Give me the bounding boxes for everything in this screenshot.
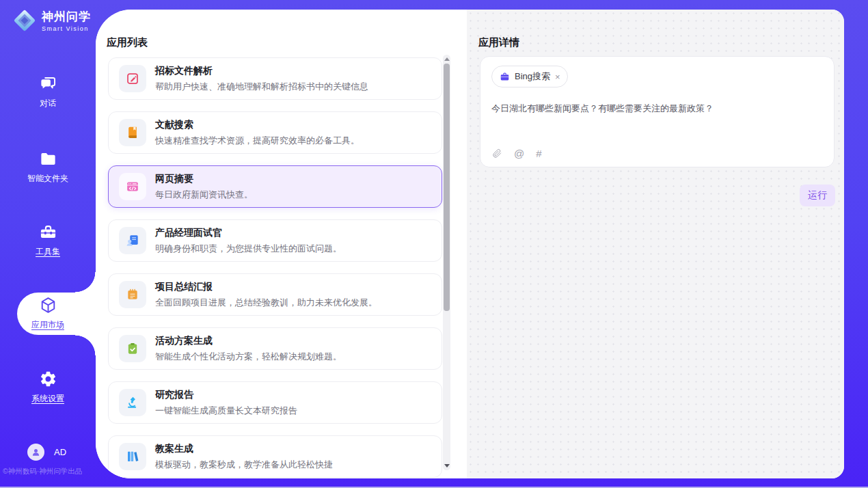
folder-icon [39, 150, 57, 168]
app-item-event-plan[interactable]: 活动方案生成 智能生成个性化活动方案，轻松解决规划难题。 [108, 327, 442, 370]
brand-subtitle: Smart Vision [42, 25, 91, 32]
chip-close-icon[interactable]: × [555, 72, 560, 81]
sidebar-item-label: 对话 [40, 98, 56, 109]
diamond-logo-icon [12, 8, 38, 33]
app-desc: 一键智能生成高质量长文本研究报告 [155, 405, 297, 417]
prompt-input[interactable]: 今日湖北有哪些新闻要点？有哪些需要关注的最新政策？ [491, 102, 823, 116]
sidebar-item-label: 智能文件夹 [27, 173, 68, 185]
app-desc: 快速精准查找学术资源，提高研究效率的必备工具。 [155, 135, 360, 147]
app-desc: 帮助用户快速、准确地理解和解析招标书中的关键信息 [155, 81, 368, 93]
app-desc: 明确身份和职责，为您提供专业性的面试问题。 [155, 243, 342, 255]
app-desc: 全面回顾项目进展，总结经验教训，助力未来优化发展。 [155, 297, 377, 309]
scroll-up-icon[interactable] [444, 57, 450, 61]
sidebar-item-toolset[interactable]: 工具集 [0, 223, 96, 258]
interviewer-icon [119, 227, 146, 254]
app-detail-panel: 应用详情 Bing搜索 × 今日湖北有哪些新闻要点？有哪些需要关注的最新政策？ … [467, 10, 844, 478]
web-summary-icon [119, 173, 146, 200]
active-tab-curve-top [75, 272, 96, 293]
brand-logo: 神州问学 Smart Vision [12, 8, 91, 33]
main-content: 应用列表 招标文件解析 帮助用户快速、准确地理解和解析招标书中的关键信息 文献搜… [96, 10, 844, 478]
app-name: 网页摘要 [155, 173, 253, 185]
mention-icon[interactable]: @ [514, 148, 524, 159]
sidebar-item-label: 工具集 [36, 246, 60, 258]
composer-toolbar: @ # [492, 148, 542, 159]
app-item-pm-interviewer[interactable]: 产品经理面试官 明确身份和职责，为您提供专业性的面试问题。 [108, 219, 442, 262]
app-name: 文献搜索 [155, 119, 360, 131]
toolbox-icon [39, 223, 57, 241]
app-list: 招标文件解析 帮助用户快速、准确地理解和解析招标书中的关键信息 文献搜索 快速精… [108, 57, 442, 478]
prompt-card: Bing搜索 × 今日湖北有哪些新闻要点？有哪些需要关注的最新政策？ @ # [480, 56, 835, 167]
sidebar-item-app-market[interactable]: 应用市场 [0, 296, 96, 331]
cube-icon [39, 296, 57, 314]
gear-icon [39, 370, 57, 388]
app-item-web-summary[interactable]: 网页摘要 每日政府新闻资讯快查。 [108, 165, 442, 208]
sidebar-item-settings[interactable]: 系统设置 [0, 370, 96, 405]
tool-chip-label: Bing搜索 [515, 70, 550, 83]
app-item-lesson-plan[interactable]: 教案生成 模板驱动，教案秒成，教学准备从此轻松快捷 [108, 435, 442, 478]
app-name: 教案生成 [155, 443, 333, 455]
user-icon [31, 447, 41, 457]
app-name: 产品经理面试官 [155, 227, 342, 239]
sidebar-item-label: 系统设置 [31, 393, 64, 405]
app-item-project-summary[interactable]: 项目总结汇报 全面回顾项目进展，总结经验教训，助力未来优化发展。 [108, 273, 442, 316]
avatar [27, 444, 44, 461]
briefcase-icon [500, 72, 510, 82]
bid-document-icon [119, 65, 146, 92]
run-button[interactable]: 运行 [800, 185, 835, 206]
scroll-down-icon[interactable] [444, 464, 450, 467]
chat-icon [39, 74, 57, 93]
attachment-icon[interactable] [492, 148, 502, 159]
user-initials: AD [54, 447, 66, 457]
sidebar-item-label: 应用市场 [31, 319, 64, 331]
user-badge[interactable]: AD [27, 444, 66, 461]
app-desc: 模板驱动，教案秒成，教学准备从此轻松快捷 [155, 459, 333, 471]
scrollbar-thumb[interactable] [444, 64, 450, 311]
app-desc: 每日政府新闻资讯快查。 [155, 189, 253, 201]
app-name: 项目总结汇报 [155, 281, 377, 293]
hash-icon[interactable]: # [536, 148, 541, 159]
app-desc: 智能生成个性化活动方案，轻松解决规划难题。 [155, 351, 342, 363]
app-name: 活动方案生成 [155, 335, 342, 347]
app-item-literature-search[interactable]: 文献搜索 快速精准查找学术资源，提高研究效率的必备工具。 [108, 111, 442, 154]
app-item-research-report[interactable]: 研究报告 一键智能生成高质量长文本研究报告 [108, 381, 442, 424]
app-list-scrollbar[interactable] [443, 55, 450, 470]
active-tab-curve-bottom [75, 335, 96, 355]
project-summary-icon [119, 281, 146, 308]
copyright-text: ©神州数码·神州问学出品 [3, 467, 105, 476]
app-item-bid-document[interactable]: 招标文件解析 帮助用户快速、准确地理解和解析招标书中的关键信息 [108, 57, 442, 100]
tool-chip-bing-search[interactable]: Bing搜索 × [491, 66, 568, 87]
app-name: 研究报告 [155, 389, 297, 401]
app-list-panel: 应用列表 招标文件解析 帮助用户快速、准确地理解和解析招标书中的关键信息 文献搜… [96, 10, 467, 478]
app-name: 招标文件解析 [155, 65, 368, 77]
sidebar-item-smart-folder[interactable]: 智能文件夹 [0, 150, 96, 185]
lesson-plan-icon [119, 443, 146, 470]
research-report-icon [119, 389, 146, 416]
literature-search-icon [119, 119, 146, 146]
app-detail-title: 应用详情 [478, 36, 519, 49]
event-plan-icon [119, 335, 146, 362]
sidebar-item-chat[interactable]: 对话 [0, 74, 96, 109]
sidebar: 神州问学 Smart Vision 对话 智能文件夹 工具集 [0, 0, 96, 488]
app-list-title: 应用列表 [107, 36, 148, 49]
brand-name: 神州问学 [42, 9, 91, 25]
